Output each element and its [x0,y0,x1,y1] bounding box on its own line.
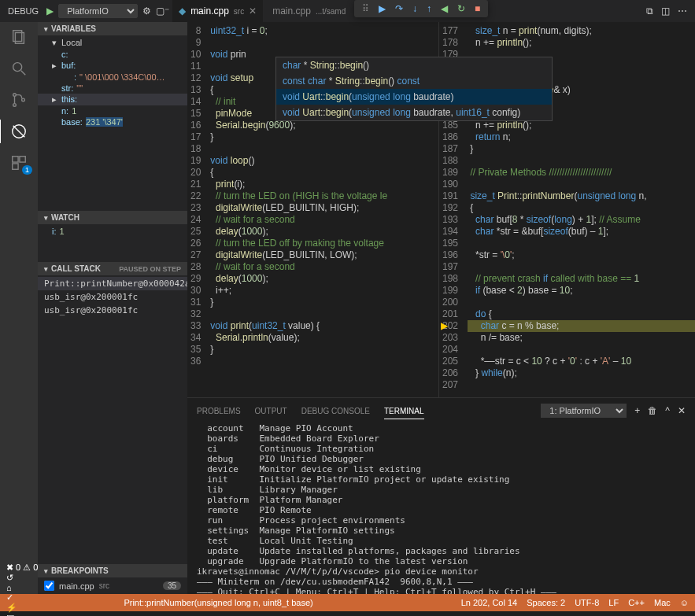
var-row[interactable]: n: 1 [38,105,187,116]
breakpoint-line: 35 [163,581,181,590]
watch-header[interactable]: ▾WATCH [38,211,187,224]
search-icon[interactable] [10,60,28,77]
stackframe-row[interactable]: Print::printNumber@0x000042ac [38,277,187,290]
variables-header[interactable]: ▾VARIABLES [38,22,187,35]
step-out-icon[interactable]: ↑ [427,3,431,14]
watch-row[interactable]: i: 1 [38,226,187,237]
step-over-icon[interactable]: ↷ [395,3,403,14]
status-item[interactable]: ✓ [6,592,38,603]
status-item[interactable]: ☺ [680,598,689,607]
panel-tabs: PROBLEMSOUTPUTDEBUG CONSOLETERMINAL 1: P… [187,398,695,420]
debug-config-dropdown[interactable]: PlatformIO [58,4,138,18]
extensions-icon[interactable]: 1 [10,154,28,172]
autocomplete-item[interactable]: void Uart::begin(unsigned long baudrate) [276,89,552,105]
kill-terminal-icon[interactable]: 🗑 [648,405,657,416]
scm-icon[interactable] [10,91,28,109]
status-item[interactable]: LF [608,598,619,607]
stackframe-row[interactable]: usb_isr@0x200001fc [38,290,187,304]
svg-line-8 [13,126,25,138]
new-terminal-icon[interactable]: + [634,405,640,416]
var-row[interactable]: ▸this: [38,94,187,105]
svg-line-3 [21,71,26,76]
split-icon[interactable]: ◫ [661,6,670,17]
status-item[interactable]: Spaces: 2 [527,598,565,607]
autocomplete-item[interactable]: void Uart::begin(unsigned long baudrate,… [276,105,552,120]
var-row[interactable]: base: 231 '\347' [38,116,187,127]
title-bar: DEBUG ▶ PlatformIO ⚙ ▢⁻ ◆ main.cpp src ✕… [0,0,695,22]
svg-rect-10 [20,157,25,162]
status-item[interactable]: ✖ 0 ⚠ 0 [6,563,38,573]
breakpoints-body: main.cpp src 35 [38,577,187,594]
terminal-select[interactable]: 1: PlatformIO [541,404,627,418]
tab-label: main.cpp [190,6,229,17]
variables-body: ▾Local c: ▸buf: : " \001\000 \334C\00…st… [38,35,187,129]
close-panel-icon[interactable]: ✕ [678,405,686,416]
bottom-panel: PROBLEMSOUTPUTDEBUG CONSOLETERMINAL 1: P… [187,397,695,594]
step-back-icon[interactable]: ◀ [441,3,448,14]
svg-rect-9 [13,157,18,162]
autocomplete-item[interactable]: char * String::begin() [276,57,552,73]
breakpoint-file: main.cpp [59,581,94,591]
debug-console-icon[interactable]: ▢⁻ [156,6,169,17]
panel-tab-output[interactable]: OUTPUT [255,407,287,419]
maximize-panel-icon[interactable]: ^ [665,405,670,416]
continue-icon[interactable]: ▶ [379,3,386,14]
tab-label: main.cpp [272,6,311,17]
stop-icon[interactable]: ■ [475,3,480,14]
autocomplete-item[interactable]: const char * String::begin() const [276,73,552,89]
breakpoints-header[interactable]: ▾BREAKPOINTS [38,564,187,577]
editor-actions: ⧉ ◫ ⋯ [646,6,692,17]
activity-bar: 1 [0,22,38,594]
drag-handle-icon[interactable]: ⠿ [362,3,369,14]
explorer-icon[interactable] [10,28,28,46]
breakpoint-sub: src [99,581,109,590]
gutter: 8910111213141516171819202122232425262728… [187,22,210,397]
more-icon[interactable]: ⋯ [678,6,687,17]
debug-sidebar: ▾VARIABLES ▾Local c: ▸buf: : " \001\000 … [38,22,187,594]
panel-tab-terminal[interactable]: TERMINAL [384,407,424,419]
watch-body: i: 1 [38,224,187,238]
svg-rect-11 [13,164,18,169]
debug-launch-controls: ▶ PlatformIO ⚙ ▢⁻ [46,4,169,18]
tab-main-src[interactable]: ◆ main.cpp src ✕ [172,0,263,22]
status-item[interactable]: ⚡ [6,603,38,613]
scope-local[interactable]: ▾Local [38,37,187,49]
var-row[interactable]: : " \001\000 \334C\00… [38,72,187,83]
compare-icon[interactable]: ⧉ [646,6,653,17]
callstack-header[interactable]: ▾CALL STACKPAUSED ON STEP [38,262,187,275]
svg-point-2 [13,63,22,72]
status-item[interactable]: C++ [628,598,645,607]
tab-main-samd[interactable]: main.cpp ...t/samd [266,0,352,22]
status-item[interactable]: UTF-8 [575,598,599,607]
debug-view-label: DEBUG [3,6,43,16]
status-item[interactable]: ⌂ [6,583,38,592]
debug-toolbar[interactable]: ⠿ ▶ ↷ ↓ ↑ ◀ ↻ ■ [354,0,488,17]
svg-point-5 [13,104,17,107]
status-function[interactable]: Print::printNumber(unsigned long n, uint… [124,598,312,607]
status-item[interactable]: ▣ [6,613,38,616]
close-icon[interactable]: ✕ [249,6,257,17]
debug-icon[interactable] [10,123,28,140]
var-row[interactable]: ▸buf: [38,60,187,72]
status-item[interactable]: Ln 202, Col 14 [461,598,518,607]
panel-tab-debug-console[interactable]: DEBUG CONSOLE [301,407,370,419]
tab-sublabel: src [234,7,244,16]
restart-icon[interactable]: ↻ [457,3,465,14]
status-bar: ✖ 0 ⚠ 0↺⌂✓⚡▣⛶🔌 Print::printNumber(unsign… [0,594,695,611]
badge: 1 [22,165,32,175]
cpp-file-icon: ◆ [179,6,186,17]
start-debug-icon[interactable]: ▶ [46,6,54,17]
stackframe-row[interactable]: usb_isr@0x200001fc [38,304,187,317]
breakpoint-row[interactable]: main.cpp src 35 [38,579,187,592]
callstack-body: Print::printNumber@0x000042acusb_isr@0x2… [38,275,187,319]
svg-point-6 [22,98,25,101]
var-row[interactable]: str: "" [38,83,187,94]
step-into-icon[interactable]: ↓ [412,3,417,14]
status-item[interactable]: Mac [654,598,671,607]
var-row[interactable]: c: [38,49,187,60]
autocomplete-popup[interactable]: char * String::begin()const char * Strin… [275,57,553,121]
gear-icon[interactable]: ⚙ [142,6,151,17]
status-item[interactable]: ↺ [6,573,38,583]
terminal-output[interactable]: account Manage PIO Account boards Embedd… [187,420,695,594]
panel-tab-problems[interactable]: PROBLEMS [197,407,241,419]
